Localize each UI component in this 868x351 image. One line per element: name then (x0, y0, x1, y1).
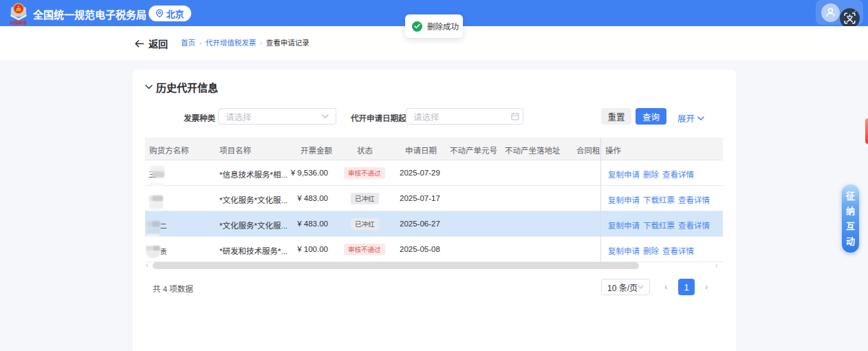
svg-text:中国税务: 中国税务 (10, 20, 28, 25)
